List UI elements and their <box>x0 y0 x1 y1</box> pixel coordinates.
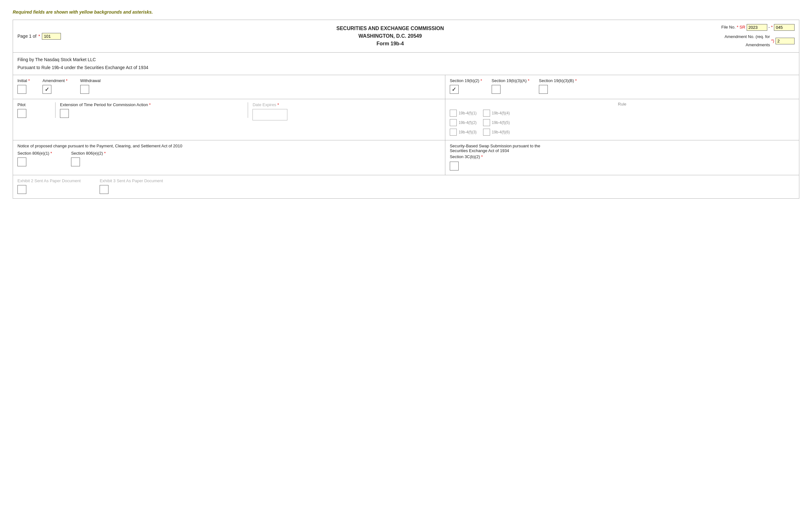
section19b3b-checkbox[interactable] <box>539 85 548 94</box>
section19b3b-label: Section 19(b)(3)(B) * <box>539 78 577 83</box>
section19b3b-item: Section 19(b)(3)(B) * <box>539 78 577 94</box>
required-notice: Required fields are shown with yellow ba… <box>13 9 799 14</box>
exhibit2-label: Exhibit 2 Sent As Paper Document <box>17 178 81 183</box>
rule-section: Rule 19b-4(f)(1) 19b-4(f)(2) <box>445 99 799 140</box>
rule-19b-4f6: 19b-4(f)(6) <box>483 129 510 135</box>
swap-checkbox[interactable] <box>450 162 459 170</box>
checkbox-right: Section 19(b)(2) * Section 19(b)(3)(A) *… <box>445 75 799 140</box>
amendment-label: Amendment * <box>43 78 67 83</box>
file-no-input1[interactable] <box>747 24 767 31</box>
exhibit2-checkbox[interactable] <box>17 185 26 194</box>
rule-19b-4f4-label: 19b-4(f)(4) <box>492 111 510 115</box>
pilot-checkbox[interactable] <box>17 109 26 118</box>
top-check-row: Initial * Amendment * Withdrawal <box>13 75 445 99</box>
file-no-input2[interactable] <box>774 24 795 31</box>
section806e2-item: Section 806(e)(2) * <box>71 151 106 166</box>
payment-left: Notice of proposed change pursuant to th… <box>13 140 445 175</box>
rule-title: Rule <box>450 102 795 107</box>
section19b3a-label: Section 19(b)(3)(A) * <box>492 78 529 83</box>
exhibit3-label: Exhibit 3 Sent As Paper Document <box>100 178 163 183</box>
filing-row: Filing by The Nasdaq Stock Market LLC Pu… <box>13 53 799 75</box>
filing-line2: Pursuant to Rule 19b-4 under the Securit… <box>17 64 795 72</box>
extension-item: Extension of Time Period for Commission … <box>55 102 248 118</box>
file-no-required: * SR <box>737 23 745 32</box>
section806e1-label: Section 806(e)(1) * <box>17 151 52 156</box>
page-required: * <box>38 34 40 39</box>
file-no-label: File No. <box>721 23 735 32</box>
date-input[interactable] <box>252 109 287 120</box>
pilot-label: Pilot <box>17 102 26 107</box>
exhibit3-checkbox[interactable] <box>100 185 108 194</box>
section806e2-checkbox[interactable] <box>71 158 80 166</box>
rule-19b-4f4-checkbox[interactable] <box>483 110 490 117</box>
extension-checkbox[interactable] <box>60 109 69 118</box>
rule-19b-4f6-label: 19b-4(f)(6) <box>492 130 510 134</box>
amendment-checkbox[interactable] <box>43 85 51 94</box>
section19-row: Section 19(b)(2) * Section 19(b)(3)(A) *… <box>445 75 799 99</box>
swap-section-label: Section 3C(b)(2) * <box>450 154 795 159</box>
rule-19b-4f1-label: 19b-4(f)(1) <box>459 111 477 115</box>
payment-checkboxes: Section 806(e)(1) * Section 806(e)(2) * <box>17 151 441 166</box>
amendment-label: Amendment No. (req. for Amendments <box>706 33 770 49</box>
form-container: Page 1 of * SECURITIES AND EXCHANGE COMM… <box>13 20 799 199</box>
rule-19b-4f6-checkbox[interactable] <box>483 129 490 135</box>
section19b3a-item: Section 19(b)(3)(A) * <box>492 78 529 94</box>
header-row: Page 1 of * SECURITIES AND EXCHANGE COMM… <box>13 20 799 53</box>
checkbox-section: Initial * Amendment * Withdrawal <box>13 75 799 140</box>
filing-line1: Filing by The Nasdaq Stock Market LLC <box>17 56 795 64</box>
section19b2-label: Section 19(b)(2) * <box>450 78 482 83</box>
rule-19b-4f3-label: 19b-4(f)(3) <box>459 130 477 134</box>
rule-19b-4f3-checkbox[interactable] <box>450 129 457 135</box>
rule-19b-4f2-checkbox[interactable] <box>450 119 457 126</box>
rule-19b-4f2: 19b-4(f)(2) <box>450 119 477 126</box>
rule-col-2: 19b-4(f)(4) 19b-4(f)(5) 19b-4(f)(6) <box>483 110 510 135</box>
section19b2-checkbox[interactable] <box>450 85 459 94</box>
payment-notice: Notice of proposed change pursuant to th… <box>17 144 441 148</box>
checkbox-left: Initial * Amendment * Withdrawal <box>13 75 445 140</box>
section19b3a-checkbox[interactable] <box>492 85 501 94</box>
rule-grid: 19b-4(f)(1) 19b-4(f)(2) 19b-4(f)(3) <box>450 110 795 135</box>
rule-19b-4f5: 19b-4(f)(5) <box>483 119 510 126</box>
file-no-required2: * <box>771 23 773 32</box>
section806e2-label: Section 806(e)(2) * <box>71 151 106 156</box>
payment-section: Notice of proposed change pursuant to th… <box>13 140 799 175</box>
extension-label: Extension of Time Period for Commission … <box>60 102 151 107</box>
rule-19b-4f1-checkbox[interactable] <box>450 110 457 117</box>
rule-19b-4f5-label: 19b-4(f)(5) <box>492 120 510 125</box>
pilot-item: Pilot <box>17 102 55 118</box>
initial-check-item: Initial * <box>17 78 30 94</box>
form-title: SECURITIES AND EXCHANGE COMMISSION WASHI… <box>74 25 706 48</box>
amendment-check-item: Amendment * <box>43 78 67 94</box>
amendment-input[interactable] <box>775 38 795 44</box>
file-no-dash: - <box>768 23 770 32</box>
exhibit-section: Exhibit 2 Sent As Paper Document Exhibit… <box>13 175 799 199</box>
exhibit3-item: Exhibit 3 Sent As Paper Document <box>100 178 163 194</box>
date-item: Date Expires * <box>248 102 440 120</box>
date-label: Date Expires * <box>252 102 279 107</box>
page-value-input[interactable] <box>42 33 61 40</box>
amendment-required: *) <box>771 37 774 45</box>
pilot-row: Pilot Extension of Time Period for Commi… <box>13 99 445 125</box>
page-info: Page 1 of * <box>17 33 74 40</box>
rule-19b-4f3: 19b-4(f)(3) <box>450 129 477 135</box>
rule-col-1: 19b-4(f)(1) 19b-4(f)(2) 19b-4(f)(3) <box>450 110 477 135</box>
section19b2-item: Section 19(b)(2) * <box>450 78 482 94</box>
initial-label: Initial * <box>17 78 30 83</box>
file-no-section: File No. * SR - * Amendment No. (req. fo… <box>706 23 795 49</box>
withdrawal-check-item: Withdrawal <box>80 78 101 94</box>
swap-line2: Securities Exchange Act of 1934 <box>450 148 795 153</box>
payment-right: Security-Based Swap Submission pursuant … <box>445 140 799 175</box>
section806e1-checkbox[interactable] <box>17 158 26 166</box>
rule-19b-4f1: 19b-4(f)(1) <box>450 110 477 117</box>
rule-19b-4f2-label: 19b-4(f)(2) <box>459 120 477 125</box>
initial-checkbox[interactable] <box>17 85 26 94</box>
swap-line1: Security-Based Swap Submission pursuant … <box>450 144 795 148</box>
exhibit2-item: Exhibit 2 Sent As Paper Document <box>17 178 81 194</box>
withdrawal-label: Withdrawal <box>80 78 101 83</box>
rule-19b-4f5-checkbox[interactable] <box>483 119 490 126</box>
section806e1-item: Section 806(e)(1) * <box>17 151 52 166</box>
page-label: Page 1 of <box>17 34 37 39</box>
withdrawal-checkbox[interactable] <box>80 85 89 94</box>
rule-19b-4f4: 19b-4(f)(4) <box>483 110 510 117</box>
